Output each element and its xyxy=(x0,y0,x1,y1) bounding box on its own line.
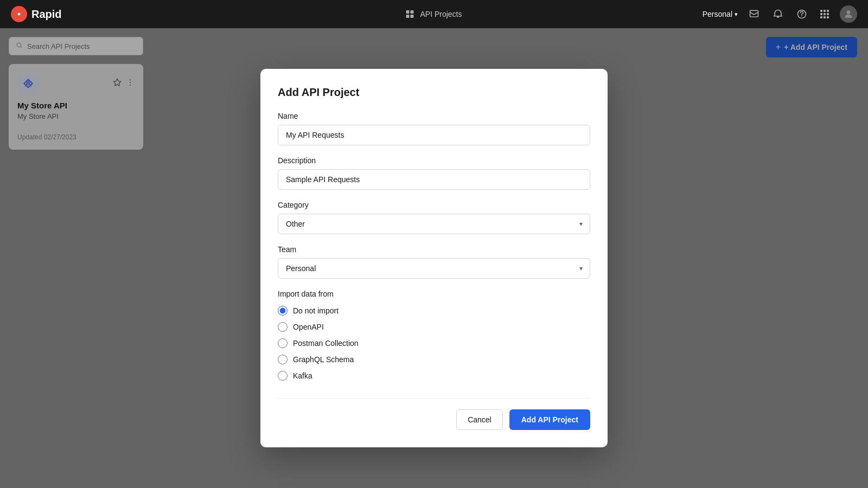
modal-footer: Cancel Add API Project xyxy=(278,398,590,430)
radio-label-openapi: OpenAPI xyxy=(293,323,324,331)
team-label: Team xyxy=(278,245,590,254)
radio-openapi[interactable] xyxy=(278,322,288,332)
apps-grid-icon-btn[interactable] xyxy=(818,8,831,21)
radio-do-not-import[interactable] xyxy=(278,306,288,316)
description-input[interactable] xyxy=(278,169,590,190)
logo-icon xyxy=(11,6,27,22)
header-center-label: API Projects xyxy=(420,10,462,18)
import-option-postman[interactable]: Postman Collection xyxy=(278,338,590,348)
radio-graphql[interactable] xyxy=(278,355,288,364)
svg-point-3 xyxy=(847,10,851,14)
import-option-graphql[interactable]: GraphQL Schema xyxy=(278,355,590,364)
header-center: API Projects xyxy=(406,10,462,18)
import-radio-group: Do not import OpenAPI Postman Collection… xyxy=(278,306,590,381)
grid-icon xyxy=(406,10,413,18)
import-form-group: Import data from Do not import OpenAPI P… xyxy=(278,290,590,381)
modal-dialog: Add API Project Name Description Categor… xyxy=(260,69,608,447)
team-selector[interactable]: Personal ▾ xyxy=(703,10,738,18)
category-select-wrapper: Other Web Mobile Data AI ▾ xyxy=(278,214,590,234)
category-label: Category xyxy=(278,201,590,209)
description-form-group: Description xyxy=(278,156,590,190)
team-select[interactable]: Personal Team A Team B xyxy=(278,258,590,279)
add-api-project-submit-button[interactable]: Add API Project xyxy=(509,409,590,430)
team-select-wrapper: Personal Team A Team B ▾ xyxy=(278,258,590,279)
svg-rect-1 xyxy=(750,10,758,17)
name-label: Name xyxy=(278,112,590,120)
team-chevron: ▾ xyxy=(735,11,738,18)
modal-overlay[interactable]: Add API Project Name Description Categor… xyxy=(0,28,868,488)
radio-label-do-not-import: Do not import xyxy=(293,306,339,315)
radio-kafka[interactable] xyxy=(278,371,288,381)
category-select[interactable]: Other Web Mobile Data AI xyxy=(278,214,590,234)
radio-postman[interactable] xyxy=(278,338,288,348)
radio-label-graphql: GraphQL Schema xyxy=(293,355,354,364)
description-label: Description xyxy=(278,156,590,165)
import-label: Import data from xyxy=(278,290,590,298)
help-icon-btn[interactable] xyxy=(794,7,809,22)
name-input[interactable] xyxy=(278,125,590,145)
team-form-group: Team Personal Team A Team B ▾ xyxy=(278,245,590,279)
avatar[interactable] xyxy=(840,5,857,23)
logo: Rapid xyxy=(11,6,62,22)
header: Rapid API Projects Personal ▾ xyxy=(0,0,868,28)
notifications-icon-btn[interactable] xyxy=(770,7,786,22)
header-right: Personal ▾ xyxy=(703,5,857,23)
radio-label-postman: Postman Collection xyxy=(293,339,359,348)
name-form-group: Name xyxy=(278,112,590,145)
category-form-group: Category Other Web Mobile Data AI ▾ xyxy=(278,201,590,234)
radio-label-kafka: Kafka xyxy=(293,371,312,380)
messages-icon-btn[interactable] xyxy=(746,7,762,22)
team-label: Personal xyxy=(703,10,732,18)
main-content: My Store API My Store API Updated 02/27/… xyxy=(0,28,868,488)
import-option-kafka[interactable]: Kafka xyxy=(278,371,590,381)
cancel-button[interactable]: Cancel xyxy=(456,409,503,430)
logo-text: Rapid xyxy=(31,8,62,21)
modal-title: Add API Project xyxy=(278,86,590,99)
import-option-openapi[interactable]: OpenAPI xyxy=(278,322,590,332)
import-option-none[interactable]: Do not import xyxy=(278,306,590,316)
